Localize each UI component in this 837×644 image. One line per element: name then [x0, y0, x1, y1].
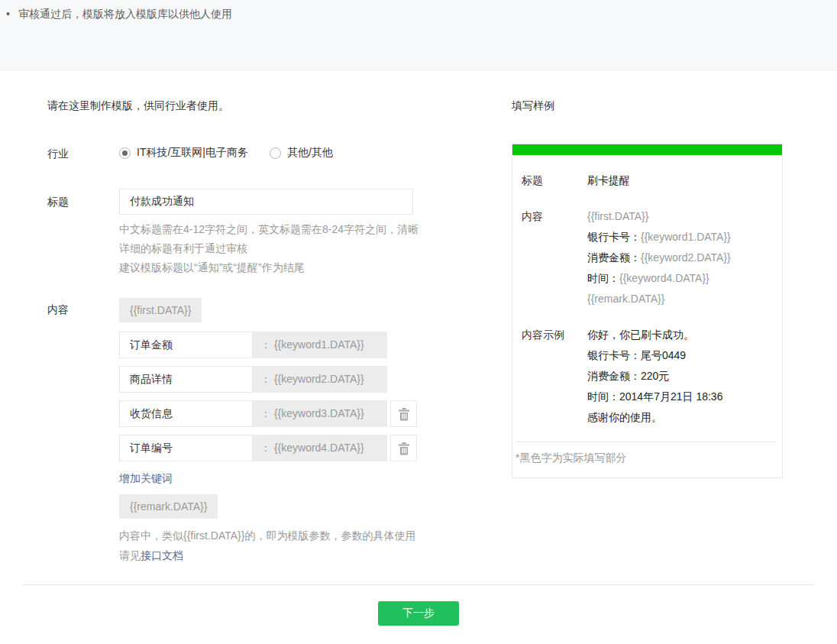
remark-param-chip: {{remark.DATA}} [119, 494, 218, 519]
sample-example-label: 内容示例 [522, 325, 587, 428]
title-label: 标题 [47, 196, 69, 209]
bullet-icon: • [6, 4, 18, 24]
sample-content-row: 内容 {{first.DATA}} 银行卡号：{{keyword1.DATA}}… [522, 206, 771, 309]
industry-radio-other[interactable]: 其他/其他 [270, 146, 333, 160]
industry-radio-it[interactable]: IT科技/互联网|电子商务 [119, 146, 248, 160]
content-label: 内容 [47, 303, 69, 317]
keyword-2-name-input[interactable] [119, 366, 253, 393]
keyword-1-name-input[interactable] [119, 332, 253, 358]
trash-icon [398, 407, 410, 421]
keyword-row-3: ： {{keyword3.DATA}} [119, 400, 417, 427]
title-input[interactable] [119, 189, 413, 215]
keyword-3-param: ： {{keyword3.DATA}} [253, 400, 387, 427]
sample-example-line: 银行卡号：尾号0449 [587, 345, 722, 366]
sample-example-line: 你好，你已刷卡成功。 [587, 325, 722, 345]
sample-content-line: {{remark.DATA}} [587, 289, 731, 309]
title-hint-suffix: 建议模版标题以“通知”或“提醒”作为结尾 [119, 258, 423, 277]
form-intro: 请在这里制作模版，供同行业者使用。 [47, 99, 229, 113]
footer-divider [23, 584, 814, 585]
delete-keyword-4-button[interactable] [390, 435, 417, 461]
notice-bullet-line: •审核通过后，模版将放入模版库以供他人使用 [6, 4, 837, 24]
sample-content-line: 银行卡号：{{keyword1.DATA}} [587, 227, 731, 248]
sample-content-line: {{first.DATA}} [587, 206, 731, 227]
param-usage-note: 内容中，类似{{first.DATA}}的，即为模版参数，参数的具体使用请见接口… [119, 526, 423, 565]
trash-icon [398, 442, 410, 455]
next-step-button[interactable]: 下一步 [378, 601, 459, 626]
keyword-row-1: ： {{keyword1.DATA}} [119, 332, 387, 358]
keyword-4-name-input[interactable] [119, 435, 253, 461]
radio-unselected-icon[interactable] [270, 147, 281, 159]
sample-example-line: 感谢你的使用。 [587, 407, 722, 428]
sample-example-line: 消费金额：220元 [587, 366, 722, 387]
sample-content-label: 内容 [522, 206, 587, 309]
sample-card-green-bar [512, 144, 782, 155]
sample-example-row: 内容示例 你好，你已刷卡成功。 银行卡号：尾号0449 消费金额：220元 时间… [522, 325, 771, 428]
keyword-2-param: ： {{keyword2.DATA}} [253, 366, 387, 393]
keyword-1-param: ： {{keyword1.DATA}} [253, 332, 387, 358]
industry-radio-it-label: IT科技/互联网|电子商务 [137, 146, 248, 160]
keyword-row-4: ： {{keyword4.DATA}} [119, 435, 417, 461]
sample-example-lines: 你好，你已刷卡成功。 银行卡号：尾号0449 消费金额：220元 时间：2014… [587, 325, 722, 428]
industry-radio-other-label: 其他/其他 [287, 146, 333, 160]
sample-title-row: 标题 刷卡提醒 [522, 170, 771, 191]
title-hints: 中文标题需在4-12字符之间，英文标题需在8-24字符之间，清晰详细的标题有利于… [119, 220, 423, 277]
delete-keyword-3-button[interactable] [390, 400, 417, 427]
notice-banner: •如果模版库中没有所需的模版，可在这里制作新的模版，制作的模版需经过审核；审核通… [0, 0, 837, 70]
sample-footnote: *黑色字为实际填写部分 [512, 442, 782, 477]
industry-label: 行业 [47, 147, 69, 161]
sample-content-lines: {{first.DATA}} 银行卡号：{{keyword1.DATA}} 消费… [587, 206, 731, 309]
first-param-chip: {{first.DATA}} [119, 298, 202, 322]
sample-title-value: 刷卡提醒 [587, 170, 630, 191]
sample-heading: 填写样例 [512, 99, 554, 113]
template-form: 请在这里制作模版，供同行业者使用。 行业 IT科技/互联网|电子商务 其他/其他… [0, 70, 837, 644]
sample-example-line: 时间：2014年7月21日 18:36 [587, 387, 722, 407]
radio-selected-icon[interactable] [119, 147, 131, 159]
sample-card: 标题 刷卡提醒 内容 {{first.DATA}} 银行卡号：{{keyword… [512, 144, 783, 478]
title-hint-length: 中文标题需在4-12字符之间，英文标题需在8-24字符之间，清晰详细的标题有利于… [119, 220, 423, 258]
api-doc-link[interactable]: 接口文档 [141, 549, 183, 561]
keyword-row-2: ： {{keyword2.DATA}} [119, 366, 387, 393]
add-keyword-link[interactable]: 增加关键词 [119, 472, 173, 486]
keyword-3-name-input[interactable] [119, 400, 253, 427]
sample-title-label: 标题 [522, 170, 587, 191]
sample-content-line: 消费金额：{{keyword2.DATA}} [587, 248, 731, 268]
keyword-4-param: ： {{keyword4.DATA}} [253, 435, 387, 461]
industry-radio-group: IT科技/互联网|电子商务 其他/其他 [119, 146, 354, 160]
sample-content-line: 时间：{{keyword4.DATA}} [587, 268, 731, 289]
